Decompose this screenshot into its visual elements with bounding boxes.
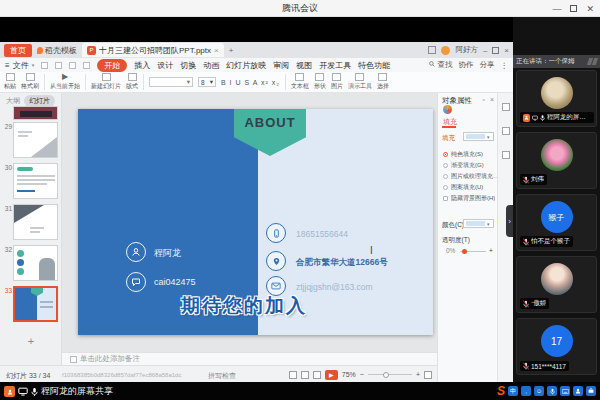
selection-pane-icon[interactable] [502, 151, 510, 159]
ime-skin-icon[interactable] [573, 386, 583, 396]
fill-tab-icon[interactable] [443, 105, 452, 114]
add-slide-button[interactable]: + [0, 335, 62, 347]
zoom-slider-knob[interactable] [383, 372, 389, 378]
text-cursor: I [370, 245, 373, 256]
fill-color-dropdown[interactable]: ▾ [463, 132, 494, 141]
wps-account-avatar[interactable] [441, 46, 450, 55]
slide-thumb-33-selected[interactable] [13, 286, 58, 322]
outline-tab[interactable]: 大纲 [6, 96, 20, 106]
file-menu[interactable]: ≡ 文件 ▾ [5, 60, 34, 71]
menu-tab-transition[interactable]: 切换 [180, 60, 196, 71]
format-painter-button[interactable]: 格式刷 [21, 73, 39, 91]
menu-tab-design[interactable]: 设计 [157, 60, 173, 71]
reading-view-icon[interactable] [313, 371, 321, 379]
play-from-current-button[interactable]: ▶ 从当前开始 [50, 73, 80, 91]
spell-check-status[interactable]: 拼写检查 [208, 371, 236, 381]
select-arrow-icon [378, 73, 387, 81]
slide-thumb-31[interactable] [13, 204, 58, 240]
wps-document-tab[interactable]: P 十月三建公司招聘团队PPT.pptx × [82, 43, 224, 57]
participant-tile[interactable]: 17 151****4117 [516, 318, 597, 375]
new-slide-button[interactable]: 新建幻灯片 [91, 73, 121, 91]
participant-tile[interactable]: 猴子 怕不是个猴子 [516, 194, 597, 251]
apps-grid-icon[interactable] [428, 46, 436, 54]
slide-thumb-partial[interactable] [13, 106, 58, 120]
zoom-slider[interactable] [368, 374, 412, 375]
slide-thumb-32[interactable] [13, 245, 58, 281]
sorter-view-icon[interactable] [301, 371, 309, 379]
wps-docer-tab[interactable]: 稻壳模板 [37, 45, 77, 56]
present-tools-button[interactable]: 演示工具 [348, 73, 372, 91]
font-size-select[interactable]: 8 ▾ [198, 77, 216, 87]
menu-tab-review[interactable]: 审阅 [273, 60, 289, 71]
save-icon[interactable] [41, 62, 48, 69]
select-button[interactable]: 选择 [377, 73, 389, 91]
minimize-icon[interactable]: — [552, 4, 561, 14]
wps-minimize-icon[interactable]: – [483, 46, 487, 55]
find-button[interactable]: 查找 [429, 60, 452, 70]
transparency-knob[interactable] [462, 249, 467, 254]
transparency-slider[interactable] [460, 251, 486, 252]
textbox-button[interactable]: 文本框 [291, 73, 309, 91]
transparency-plus[interactable]: + [489, 247, 493, 254]
menu-tab-animation[interactable]: 动画 [203, 60, 219, 71]
participant-tile-sharer[interactable]: 程阿龙的屏幕共享 [516, 70, 597, 127]
wps-close-icon[interactable]: × [504, 46, 509, 55]
option-solid-fill[interactable]: 纯色填充(S) [443, 150, 483, 159]
menu-tab-home[interactable]: 开始 [97, 59, 127, 72]
screen-share-icon [18, 387, 28, 396]
color-dropdown[interactable]: ▾ [463, 219, 494, 228]
zoom-out-button[interactable]: − [360, 371, 364, 378]
ime-chinese-icon[interactable]: 中 [508, 386, 518, 396]
animation-pane-icon[interactable] [502, 127, 510, 135]
slide-thumb-30[interactable] [13, 163, 58, 199]
tab-close-icon[interactable]: × [214, 46, 219, 55]
properties-icon[interactable] [502, 103, 510, 111]
collab-button[interactable]: 协作 [459, 60, 474, 70]
wps-account-name[interactable]: 阿好方 [455, 45, 478, 55]
picture-button[interactable]: 图片 [331, 73, 343, 91]
ime-toolbox-icon[interactable] [586, 386, 596, 396]
option-gradient-fill[interactable]: 渐变填充(G) [443, 161, 484, 170]
menu-tab-features[interactable]: 特色功能 [358, 60, 390, 71]
sogou-logo[interactable]: S [497, 385, 505, 397]
layout-button[interactable]: 版式 [126, 73, 138, 91]
slide-thumb-29[interactable] [13, 122, 58, 158]
more-icon[interactable]: ⋮ [501, 61, 509, 70]
ime-keyboard-icon[interactable] [560, 386, 570, 396]
share-button[interactable]: 分享 [480, 60, 495, 70]
slideshow-play-button[interactable]: ▶ [325, 370, 338, 380]
zoom-level[interactable]: 75% [342, 371, 356, 378]
font-family-select[interactable]: ▾ [149, 77, 193, 87]
shapes-button[interactable]: 形状 [314, 73, 326, 91]
panel-close-icon[interactable]: × [490, 96, 494, 103]
menu-tab-insert[interactable]: 插入 [134, 60, 150, 71]
redo-icon[interactable] [83, 62, 90, 69]
notes-bar[interactable]: 单击此处添加备注 [62, 352, 437, 365]
fullscreen-icon[interactable] [424, 371, 432, 379]
new-tab-button[interactable]: + [229, 46, 234, 55]
ime-punctuation-icon[interactable]: , [521, 386, 531, 396]
pin-icon[interactable]: ▫ [483, 96, 485, 103]
menu-tab-devtools[interactable]: 开发工具 [319, 60, 351, 71]
text-format-buttons[interactable]: B I U S A x² x₂ [221, 79, 280, 86]
participant-tile[interactable]: ·傲娇 [516, 256, 597, 313]
wps-home-tab[interactable]: 首页 [4, 44, 32, 57]
ime-mic-icon[interactable] [547, 386, 557, 396]
wps-maximize-icon[interactable] [492, 47, 499, 54]
current-slide[interactable]: ABOUT 程阿龙 cai042475 18651556644 合肥市繁华大道 [78, 109, 433, 335]
normal-view-icon[interactable] [289, 371, 297, 379]
maximize-icon[interactable] [570, 5, 577, 12]
menu-tab-view[interactable]: 视图 [296, 60, 312, 71]
panel-collapse-handle[interactable]: › [506, 205, 513, 237]
ime-emoji-icon[interactable]: ☺ [534, 386, 544, 396]
menu-tab-slideshow[interactable]: 幻灯片放映 [226, 60, 266, 71]
close-icon[interactable]: ✕ [586, 4, 594, 14]
option-hide-background[interactable]: 隐藏背景图形(H) [443, 194, 495, 203]
option-pattern-fill[interactable]: 图案填充(U) [443, 183, 483, 192]
paste-button[interactable]: 粘贴 [4, 73, 16, 91]
participant-tile[interactable]: 刘伟 [516, 132, 597, 189]
option-picture-fill[interactable]: 图片或纹理填充(P) [443, 172, 499, 181]
print-icon[interactable] [55, 62, 62, 69]
undo-icon[interactable] [69, 62, 76, 69]
zoom-in-button[interactable]: + [416, 371, 420, 378]
